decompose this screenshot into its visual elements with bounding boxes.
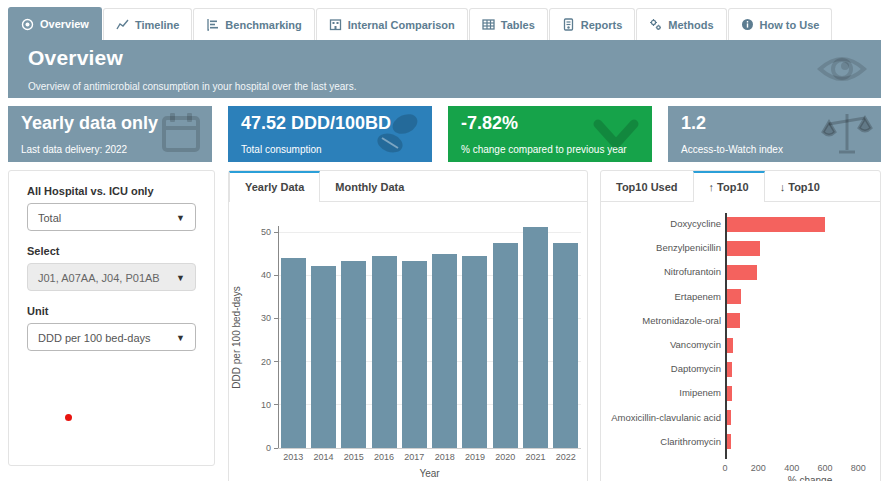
consumption-panel: Yearly DataMonthly Data 0102030405020132… [228,170,588,481]
top10-tabs: Top10 Used↑ Top10↓ Top10 [601,171,880,202]
filter-select-value: J01, A07AA, J04, P01AB [38,272,160,284]
x-tick-label: 2019 [460,452,490,462]
y-tick-label: 30 [243,313,271,323]
bar-benzylpenicillin [727,241,760,256]
notification-dot [65,414,72,421]
eye-icon [21,18,34,31]
tab-reports[interactable]: Reports [549,8,636,40]
x-axis-title: % change [765,475,855,481]
consumption-tabs: Yearly DataMonthly Data [229,171,587,202]
chevron-down-icon [588,110,644,160]
x-axis-title: Year [410,468,450,479]
filter-group-3: UnitDDD per 100 bed-days▼ [27,305,196,351]
y-tick-label: 10 [243,400,271,410]
filter-select-value: DDD per 100 bed-days [38,332,151,344]
filter-label: All Hospital vs. ICU only [27,185,196,197]
gears-icon [649,18,662,31]
kpi-value: Yearly data only [21,113,158,134]
kpi-value: -7.82% [461,113,518,134]
bar-2018 [432,254,457,448]
report-icon [562,18,575,31]
category-label: Doxycycline [603,218,721,229]
bar-2021 [523,227,548,448]
bar-clarithromycin [727,434,731,449]
bar-2016 [372,256,397,448]
yearly-consumption-chart: 0102030405020132014201520162017201820192… [229,201,587,481]
y-axis-line [278,226,279,448]
bar-vancomycin [727,338,733,353]
tab-top10-used[interactable]: Top10 Used [601,171,693,201]
tab-label: Benchmarking [225,19,301,31]
top10-increase-chart: DoxycyclineBenzylpenicillinNitrofurantoi… [601,201,880,481]
kpi-caption: Last data delivery: 2022 [21,144,127,155]
bar-metronidazole-oral [727,313,740,328]
tab-label: Methods [668,19,713,31]
bar-daptomycin [727,362,732,377]
tab-label: How to Use [760,19,820,31]
y-tick-label: 40 [243,270,271,280]
x-tick-label: 2014 [308,452,338,462]
bar-2022 [553,243,578,448]
tab-internal-comparison[interactable]: Internal Comparison [316,8,468,40]
x-tick-label: 2013 [278,452,308,462]
scale-icon [821,110,873,162]
filter-select-3[interactable]: DDD per 100 bed-days▼ [27,323,196,351]
category-label: Benzylpenicillin [603,242,721,253]
page-header: Overview Overview of antimicrobial consu… [8,40,881,98]
tab-label: Internal Comparison [348,19,455,31]
y-tick-label: 0 [243,443,271,453]
kpi-card-3: -7.82%% change compared to previous year [448,106,652,162]
chevron-down-icon: ▼ [176,324,185,352]
kpi-value: 1.2 [681,113,706,134]
page-title: Overview [28,46,123,70]
bar-2013 [281,258,306,448]
tab--top10[interactable]: ↓ Top10 [765,171,835,201]
bar-ertapenem [727,289,741,304]
x-tick-label: 200 [744,463,772,473]
info-icon [741,18,754,31]
tab-label: Reports [581,19,623,31]
tab-overview[interactable]: Overview [8,7,102,40]
bar-2014 [311,266,336,448]
kpi-card-1: Yearly data onlyLast data delivery: 2022 [8,106,212,162]
x-axis-line [278,448,581,449]
tab-tables[interactable]: Tables [469,8,548,40]
x-tick-label: 2015 [339,452,369,462]
bar-doxycycline [727,217,825,232]
x-tick-label: 0 [711,463,739,473]
x-tick-label: 2018 [430,452,460,462]
tab--top10[interactable]: ↑ Top10 [693,171,765,202]
tab-monthly-data[interactable]: Monthly Data [320,171,419,201]
y-tick-label: 20 [243,357,271,367]
x-tick-label: 800 [844,463,872,473]
bar-amoxicillin-clavulanic-acid [727,410,731,425]
category-label: Clarithromycin [603,436,721,447]
category-label: Imipenem [603,387,721,398]
filter-group-1: All Hospital vs. ICU onlyTotal▼ [27,185,196,231]
category-label: Metronidazole-oral [603,315,721,326]
tab-timeline[interactable]: Timeline [103,8,192,40]
category-label: Amoxicillin-clavulanic acid [603,412,721,423]
tab-methods[interactable]: Methods [636,8,726,40]
tab-yearly-data[interactable]: Yearly Data [229,171,320,202]
main-tabbar: OverviewTimelineBenchmarkingInternal Com… [8,8,833,40]
filter-label: Unit [27,305,196,317]
filter-select-1[interactable]: Total▼ [27,203,196,231]
tab-benchmarking[interactable]: Benchmarking [193,8,314,40]
x-tick-label: 2017 [399,452,429,462]
x-tick-label: 600 [811,463,839,473]
y-axis-title: DDD per 100 bed-days [231,273,242,403]
filter-select-value: Total [38,212,61,224]
filter-sidebar: All Hospital vs. ICU onlyTotal▼SelectJ01… [8,170,215,466]
category-label: Vancomycin [603,339,721,350]
pills-icon [372,110,424,162]
tab-how-to-use[interactable]: How to Use [728,8,833,40]
bar-2019 [462,256,487,448]
filter-select-2[interactable]: J01, A07AA, J04, P01AB▼ [27,263,196,291]
kpi-value: 47.52 DDD/100BD [241,113,391,134]
eye-watermark-icon [813,43,871,98]
building-icon [329,18,342,31]
bar-2020 [493,243,518,448]
category-label: Nitrofurantoin [603,266,721,277]
filter-group-2: SelectJ01, A07AA, J04, P01AB▼ [27,245,196,291]
